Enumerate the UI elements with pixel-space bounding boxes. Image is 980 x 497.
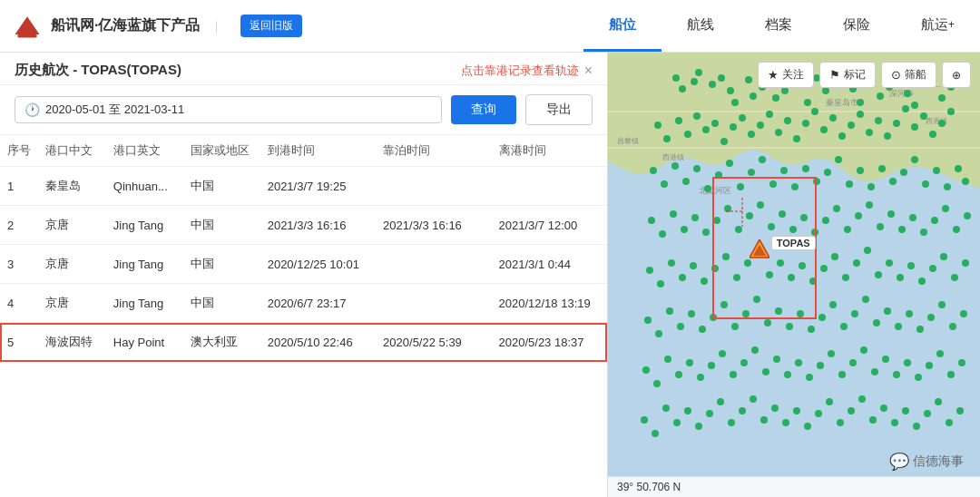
ship-dot[interactable]	[664, 356, 671, 363]
ship-dot[interactable]	[962, 259, 969, 267]
ship-dot[interactable]	[837, 419, 844, 426]
ship-dot[interactable]	[726, 160, 733, 167]
ship-dot[interactable]	[730, 123, 737, 131]
ship-dot[interactable]	[911, 123, 918, 131]
ship-dot[interactable]	[927, 314, 935, 321]
ship-dot[interactable]	[858, 395, 866, 403]
ship-dot[interactable]	[706, 410, 713, 417]
ship-dot[interactable]	[893, 120, 900, 127]
ship-dot[interactable]	[677, 323, 684, 330]
ship-dot[interactable]	[733, 274, 740, 281]
ship-dot[interactable]	[711, 120, 719, 127]
ship-dot[interactable]	[701, 278, 708, 285]
ship-dot[interactable]	[848, 122, 855, 129]
ship-dot[interactable]	[731, 99, 739, 106]
ship-dot[interactable]	[675, 117, 682, 124]
date-input[interactable]: 🕐 2020-05-01 至 2021-03-11	[15, 96, 442, 123]
ship-dot[interactable]	[793, 135, 800, 142]
ship-dot[interactable]	[779, 210, 786, 218]
table-row[interactable]: 4京唐Jing Tang中国2020/6/7 23:172020/12/18 1…	[0, 284, 607, 323]
ship-dot[interactable]	[829, 114, 837, 122]
ship-dot[interactable]	[915, 374, 922, 381]
ship-dot[interactable]	[871, 368, 878, 375]
ship-dot[interactable]	[799, 262, 806, 269]
ship-dot[interactable]	[646, 267, 653, 274]
ship-dot[interactable]	[702, 126, 710, 133]
ship-dot[interactable]	[771, 404, 779, 412]
ship-dot[interactable]	[804, 99, 811, 106]
query-button[interactable]: 查询	[451, 95, 516, 124]
ship-dot[interactable]	[953, 226, 960, 233]
ship-dot[interactable]	[704, 185, 711, 192]
ship-dot[interactable]	[904, 359, 911, 366]
ship-dot[interactable]	[940, 253, 947, 260]
ship-dot[interactable]	[946, 419, 953, 426]
zoom-settings-button[interactable]: ⊕	[942, 62, 971, 88]
ship-dot[interactable]	[722, 253, 730, 260]
ship-dot[interactable]	[746, 212, 753, 219]
ship-dot[interactable]	[838, 371, 846, 378]
ship-dot[interactable]	[784, 371, 791, 378]
ship-dot[interactable]	[916, 326, 924, 333]
ship-dot[interactable]	[875, 117, 882, 124]
ship-dot[interactable]	[806, 374, 813, 381]
ship-dot[interactable]	[867, 183, 875, 190]
ship-dot[interactable]	[745, 76, 752, 83]
ship-dot[interactable]	[815, 410, 822, 417]
ship-dot[interactable]	[682, 178, 690, 185]
ship-dot[interactable]	[893, 371, 900, 378]
ship-dot[interactable]	[697, 374, 704, 381]
ship-dot[interactable]	[652, 430, 659, 437]
ship-dot[interactable]	[851, 310, 858, 317]
ship-dot[interactable]	[809, 278, 817, 285]
ship-dot[interactable]	[877, 93, 884, 100]
ship-dot[interactable]	[838, 132, 846, 140]
export-button[interactable]: 导出	[525, 94, 593, 125]
ship-dot[interactable]	[964, 212, 971, 219]
ship-dot[interactable]	[931, 217, 938, 224]
ship-dot[interactable]	[955, 165, 962, 172]
ship-dot[interactable]	[820, 126, 828, 133]
ship-dot[interactable]	[855, 212, 862, 219]
ship-dot[interactable]	[853, 259, 860, 267]
ship-dot[interactable]	[793, 407, 800, 414]
ship-dot[interactable]	[849, 359, 857, 366]
ship-dot[interactable]	[891, 419, 898, 426]
ship-dot[interactable]	[904, 90, 911, 97]
ship-dot[interactable]	[750, 395, 757, 403]
ship-dot[interactable]	[686, 359, 693, 366]
ship-dot[interactable]	[884, 307, 891, 315]
ship-dot[interactable]	[840, 323, 848, 330]
ship-dot[interactable]	[822, 87, 829, 94]
ship-dot[interactable]	[900, 169, 907, 176]
ship-dot[interactable]	[730, 371, 737, 378]
ship-dot[interactable]	[751, 346, 759, 354]
ship-dot[interactable]	[956, 407, 964, 414]
ship-dot[interactable]	[653, 380, 661, 387]
ship-dot[interactable]	[929, 265, 936, 272]
ship-dot[interactable]	[884, 132, 891, 140]
ship-dot[interactable]	[684, 131, 691, 138]
ship-dot[interactable]	[739, 114, 746, 122]
nav-item-shipping[interactable]: 航运+	[896, 0, 980, 52]
ship-dot[interactable]	[775, 307, 782, 315]
ship-dot[interactable]	[663, 135, 671, 142]
ship-dot[interactable]	[708, 362, 715, 369]
ship-dot[interactable]	[906, 310, 913, 317]
ship-dot[interactable]	[675, 371, 682, 378]
ship-dot[interactable]	[935, 398, 942, 405]
ship-dot[interactable]	[648, 217, 655, 224]
panel-hint[interactable]: 点击靠港记录查看轨迹	[461, 63, 579, 79]
ship-dot[interactable]	[824, 169, 831, 176]
ship-dot[interactable]	[942, 205, 949, 212]
ship-dot[interactable]	[857, 167, 864, 174]
ship-dot[interactable]	[842, 274, 849, 281]
ship-dot[interactable]	[788, 274, 795, 281]
ship-dot[interactable]	[887, 210, 895, 218]
ship-dot[interactable]	[679, 85, 686, 93]
ship-dot[interactable]	[717, 398, 724, 405]
ship-dot[interactable]	[766, 111, 773, 118]
ship-dot[interactable]	[860, 346, 867, 354]
ship-dot[interactable]	[672, 74, 680, 82]
ship-dot[interactable]	[866, 201, 873, 209]
